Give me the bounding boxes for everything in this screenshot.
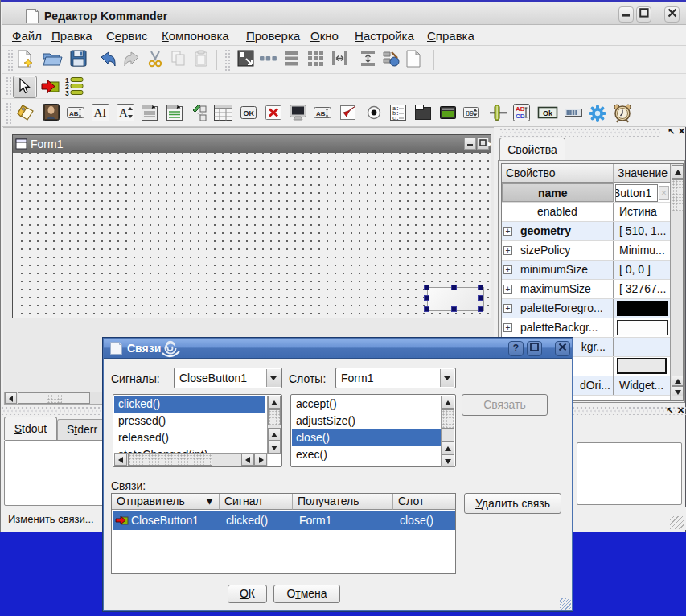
svg-text:A: A: [119, 106, 128, 119]
svg-text:AI: AI: [94, 106, 107, 119]
svg-text:OK: OK: [244, 109, 255, 117]
svg-text:3: 3: [65, 89, 69, 97]
svg-text:AB: AB: [69, 110, 79, 117]
svg-text:89: 89: [466, 109, 474, 117]
svg-text:c:: c:: [392, 115, 399, 121]
svg-text:AB: AB: [516, 105, 525, 113]
svg-text:Ok: Ok: [543, 109, 553, 117]
svg-text:CD: CD: [516, 113, 525, 120]
svg-text:AB: AB: [316, 110, 326, 117]
